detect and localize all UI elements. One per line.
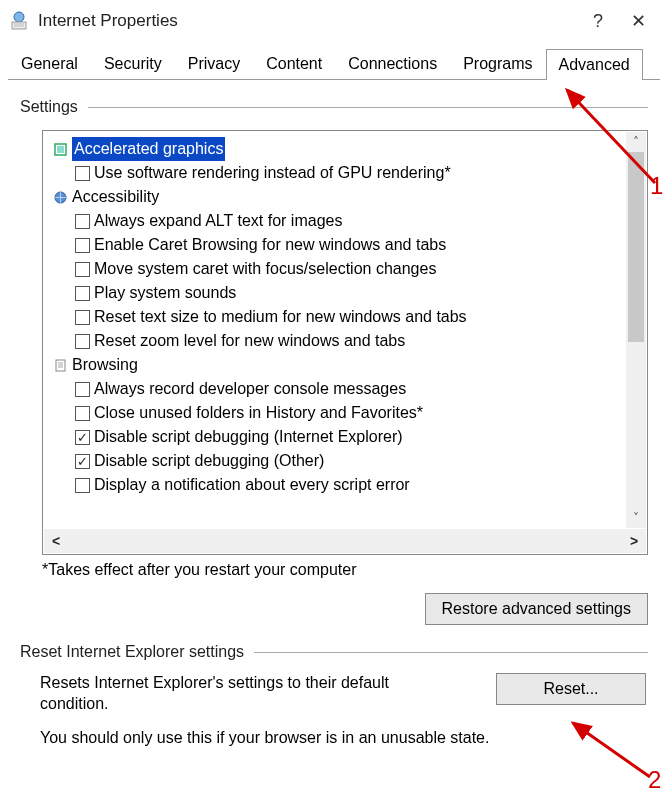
tree-option[interactable]: Reset text size to medium for new window… xyxy=(51,305,625,329)
horizontal-scrollbar[interactable]: < > xyxy=(44,529,646,553)
reset-group-label: Reset Internet Explorer settings xyxy=(20,643,648,661)
tree-option-label: Always record developer console messages xyxy=(94,377,406,401)
tree-category-label: Accessibility xyxy=(72,185,159,209)
tab-advanced[interactable]: Advanced xyxy=(546,49,643,80)
tree-option[interactable]: Play system sounds xyxy=(51,281,625,305)
globe-icon xyxy=(53,190,68,205)
tree-option[interactable]: Close unused folders in History and Favo… xyxy=(51,401,625,425)
svg-rect-5 xyxy=(57,146,64,153)
settings-group: Settings Accelerated graphicsUse softwar… xyxy=(20,98,648,625)
tree-option[interactable]: Reset zoom level for new windows and tab… xyxy=(51,329,625,353)
restart-note: *Takes effect after you restart your com… xyxy=(42,561,648,579)
scroll-right-button[interactable]: > xyxy=(622,529,646,553)
tree-option-label: Close unused folders in History and Favo… xyxy=(94,401,423,425)
scroll-up-button[interactable]: ˄ xyxy=(626,132,646,152)
page-icon xyxy=(53,358,68,373)
tree-option[interactable]: Disable script debugging (Other) xyxy=(51,449,625,473)
vertical-scrollbar[interactable]: ˄ ˅ xyxy=(626,132,646,528)
tab-connections[interactable]: Connections xyxy=(335,48,450,79)
checkbox[interactable] xyxy=(75,238,90,253)
checkbox[interactable] xyxy=(75,166,90,181)
tree-option[interactable]: Move system caret with focus/selection c… xyxy=(51,257,625,281)
checkbox[interactable] xyxy=(75,478,90,493)
tab-programs[interactable]: Programs xyxy=(450,48,545,79)
titlebar: Internet Properties ? ✕ xyxy=(0,0,668,42)
box-icon xyxy=(53,142,68,157)
checkbox[interactable] xyxy=(75,310,90,325)
tree-category[interactable]: Accelerated graphics xyxy=(51,137,625,161)
checkbox[interactable] xyxy=(75,334,90,349)
tree-option[interactable]: Always record developer console messages xyxy=(51,377,625,401)
checkbox[interactable] xyxy=(75,262,90,277)
tree-option[interactable]: Use software rendering instead of GPU re… xyxy=(51,161,625,185)
tree-option-label: Always expand ALT text for images xyxy=(94,209,342,233)
tree-option-label: Display a notification about every scrip… xyxy=(94,473,410,497)
tree-option-label: Move system caret with focus/selection c… xyxy=(94,257,436,281)
scroll-down-button[interactable]: ˅ xyxy=(626,508,646,528)
app-icon xyxy=(8,10,30,32)
svg-point-0 xyxy=(14,12,24,22)
scroll-thumb[interactable] xyxy=(628,152,644,342)
tree-category-label: Browsing xyxy=(72,353,138,377)
tree-option[interactable]: Always expand ALT text for images xyxy=(51,209,625,233)
tree-option[interactable]: Disable script debugging (Internet Explo… xyxy=(51,425,625,449)
tab-privacy[interactable]: Privacy xyxy=(175,48,253,79)
tree-option-label: Enable Caret Browsing for new windows an… xyxy=(94,233,446,257)
tree-category[interactable]: Accessibility xyxy=(51,185,625,209)
tree-option-label: Disable script debugging (Other) xyxy=(94,449,324,473)
tree-option-label: Reset text size to medium for new window… xyxy=(94,305,467,329)
checkbox[interactable] xyxy=(75,382,90,397)
tree-option-label: Use software rendering instead of GPU re… xyxy=(94,161,451,185)
reset-warning: You should only use this if your browser… xyxy=(40,729,648,747)
tab-content-advanced: Settings Accelerated graphicsUse softwar… xyxy=(0,80,668,757)
tree-option-label: Play system sounds xyxy=(94,281,236,305)
settings-tree[interactable]: Accelerated graphicsUse software renderi… xyxy=(42,130,648,555)
checkbox[interactable] xyxy=(75,406,90,421)
checkbox[interactable] xyxy=(75,430,90,445)
tree-option[interactable]: Display a notification about every scrip… xyxy=(51,473,625,497)
tree-option[interactable]: Enable Caret Browsing for new windows an… xyxy=(51,233,625,257)
tree-option-label: Disable script debugging (Internet Explo… xyxy=(94,425,403,449)
tree-option-label: Reset zoom level for new windows and tab… xyxy=(94,329,405,353)
restore-advanced-button[interactable]: Restore advanced settings xyxy=(425,593,648,625)
settings-group-label: Settings xyxy=(20,98,648,116)
tree-category[interactable]: Browsing xyxy=(51,353,625,377)
tree-category-label: Accelerated graphics xyxy=(72,137,225,161)
checkbox[interactable] xyxy=(75,214,90,229)
reset-button[interactable]: Reset... xyxy=(496,673,646,705)
annotation-label-1: 1 xyxy=(650,172,663,200)
help-button[interactable]: ? xyxy=(578,11,618,32)
reset-description: Resets Internet Explorer's settings to t… xyxy=(40,673,420,715)
checkbox[interactable] xyxy=(75,454,90,469)
reset-group: Reset Internet Explorer settings Resets … xyxy=(20,643,648,747)
tab-general[interactable]: General xyxy=(8,48,91,79)
scroll-left-button[interactable]: < xyxy=(44,529,68,553)
tab-content[interactable]: Content xyxy=(253,48,335,79)
tab-security[interactable]: Security xyxy=(91,48,175,79)
checkbox[interactable] xyxy=(75,286,90,301)
window-title: Internet Properties xyxy=(38,11,578,31)
close-button[interactable]: ✕ xyxy=(618,10,658,32)
annotation-label-2: 2 xyxy=(648,766,661,794)
tab-strip: General Security Privacy Content Connect… xyxy=(8,48,660,80)
